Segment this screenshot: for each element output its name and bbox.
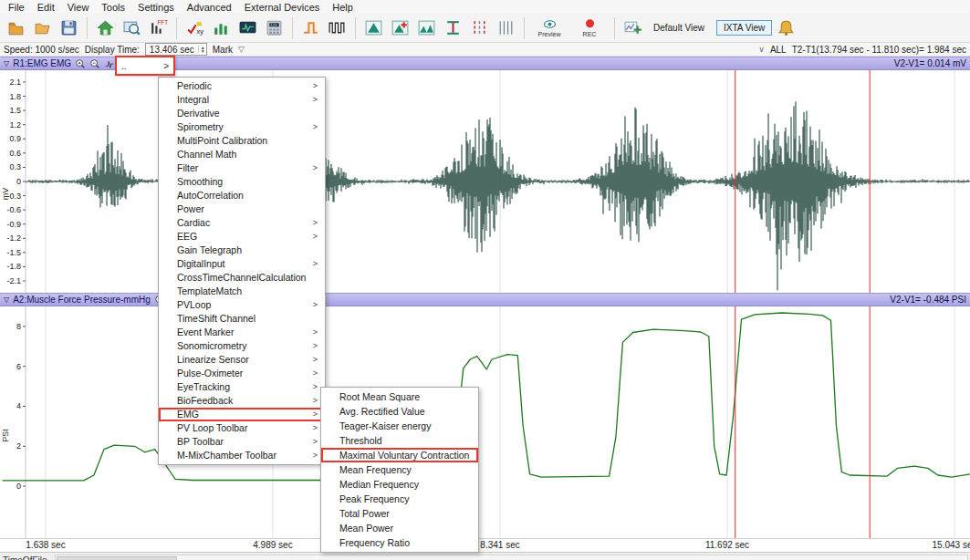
menu-item-label: Periodic — [177, 79, 313, 93]
open-icon[interactable] — [30, 16, 55, 40]
menu-item-biofeedback[interactable]: BioFeedback> — [159, 394, 325, 408]
menu-item-sonomicrometry[interactable]: Sonomicrometry> — [159, 339, 325, 353]
channel1-collapse-icon[interactable]: ▽ — [4, 59, 9, 67]
submenu-item-label: Maximal Voluntary Contraction — [339, 448, 471, 462]
channel1-autoscale-icon[interactable] — [104, 58, 115, 69]
stimulator-icon[interactable] — [298, 16, 323, 40]
single-display-icon[interactable] — [361, 16, 386, 40]
marks-icon[interactable] — [467, 16, 492, 40]
menu-item-cardiac[interactable]: Cardiac> — [159, 216, 325, 230]
menu-item-pvloop[interactable]: PVLoop> — [159, 298, 325, 312]
menu-item-bp-toolbar[interactable]: BP Toolbar> — [159, 435, 325, 449]
menu-item-timeshift-channel[interactable]: TimeShift Channel — [159, 312, 325, 326]
channel1-plot[interactable]: mV 2.11.81.51.20.90.60.30-0.3-0.6-0.9-1.… — [0, 70, 970, 293]
double-display-icon[interactable] — [414, 16, 439, 40]
submenu-item-maximal-voluntary-contraction[interactable]: Maximal Voluntary Contraction — [321, 448, 478, 462]
channel1-zoom-in-icon[interactable] — [75, 58, 86, 69]
home-icon[interactable] — [93, 16, 118, 40]
submenu-item-mean-frequency[interactable]: Mean Frequency — [321, 462, 478, 477]
submenu-item-avg-rectified-value[interactable]: Avg. Rectified Value — [321, 404, 478, 419]
submenu-item-total-power[interactable]: Total Power — [321, 506, 478, 521]
menu-item-gain-telegraph[interactable]: Gain Telegraph — [159, 244, 325, 257]
menu-item-digitalinput[interactable]: DigitalInput> — [159, 257, 325, 271]
t-marker-icon[interactable] — [441, 16, 465, 40]
oscilloscope-icon[interactable] — [235, 16, 260, 40]
save-icon[interactable] — [57, 16, 81, 40]
pulse-train-icon[interactable] — [325, 16, 349, 40]
fft-icon[interactable]: FFT — [146, 16, 171, 40]
xy-analysis-icon[interactable]: xy — [183, 16, 207, 40]
mark-dropdown-icon[interactable]: ▽ — [238, 45, 245, 54]
menu-item-event-marker[interactable]: Event Marker> — [159, 326, 325, 339]
menu-item-templatematch[interactable]: TemplateMatch — [159, 285, 325, 298]
scrollbar-thumb[interactable] — [57, 556, 177, 560]
alarm-icon[interactable] — [774, 16, 798, 40]
submenu-item-threshold[interactable]: Threshold — [321, 433, 478, 448]
menu-edit[interactable]: Edit — [31, 2, 61, 13]
submenu-arrow-icon: > — [313, 216, 318, 230]
menu-item-integral[interactable]: Integral> — [159, 93, 325, 107]
add-display-icon[interactable] — [388, 16, 412, 40]
add-view-icon[interactable] — [621, 16, 645, 40]
submenu-item-peak-frequency[interactable]: Peak Frequency — [321, 492, 478, 506]
record-button[interactable]: REC — [570, 17, 609, 38]
menu-item-filter[interactable]: Filter> — [159, 161, 325, 175]
zoom-display-icon[interactable] — [120, 16, 144, 40]
calculator-icon[interactable]: 123 — [262, 16, 287, 40]
context-menu-parent-item[interactable]: .. > — [115, 56, 175, 76]
menu-item-label: Filter — [177, 161, 313, 175]
menu-item-label: Smoothing — [177, 175, 318, 189]
time-tick-label: 4.989 sec — [253, 540, 292, 550]
ixta-view-button[interactable]: IXTA View — [716, 20, 772, 36]
preview-button[interactable]: Preview — [530, 17, 568, 38]
submenu-item-root-mean-square[interactable]: Root Mean Square — [321, 389, 478, 404]
submenu-item-teager-kaiser-energy[interactable]: Teager-Kaiser energy — [321, 419, 478, 433]
menu-item-periodic[interactable]: Periodic> — [159, 79, 325, 93]
range-dropdown-icon[interactable]: ∨ — [758, 45, 765, 54]
menu-item-multipoint-calibration[interactable]: MultiPoint Calibration — [159, 134, 325, 148]
menu-item-pulse-oximeter[interactable]: Pulse-Oximeter> — [159, 367, 325, 380]
menu-item-smoothing[interactable]: Smoothing — [159, 175, 325, 189]
range-all-label[interactable]: ALL — [770, 45, 787, 55]
menu-item-derivative[interactable]: Derivative — [159, 107, 325, 120]
menu-external-devices[interactable]: External Devices — [238, 2, 327, 13]
y-tick-label: -1.8 — [0, 262, 21, 271]
menu-item-eyetracking[interactable]: EyeTracking> — [159, 380, 325, 394]
menu-item-spirometry[interactable]: Spirometry> — [159, 120, 325, 134]
menu-item-emg[interactable]: EMG> — [159, 408, 325, 421]
menu-item-autocorrelation[interactable]: AutoCorrelation — [159, 189, 325, 202]
display-time-spinner[interactable]: ▲▼ — [198, 46, 205, 53]
submenu-arrow-icon: > — [313, 449, 318, 462]
menu-item-m-mixchamber-toolbar[interactable]: M-MixChamber Toolbar> — [159, 449, 325, 462]
channel1-zoom-out-icon[interactable] — [89, 58, 100, 69]
menu-advanced[interactable]: Advanced — [181, 2, 238, 13]
submenu-item-mean-power[interactable]: Mean Power — [321, 521, 478, 535]
menu-settings[interactable]: Settings — [131, 2, 181, 13]
spinner-down-icon[interactable]: ▼ — [201, 49, 205, 53]
menu-help[interactable]: Help — [326, 2, 360, 13]
new-icon[interactable] — [4, 16, 28, 40]
menu-item-linearize-sensor[interactable]: Linearize Sensor> — [159, 353, 325, 367]
menu-item-label: MultiPoint Calibration — [177, 134, 318, 148]
channel2-collapse-icon[interactable]: ▽ — [4, 296, 9, 304]
menu-item-eeg[interactable]: EEG> — [159, 230, 325, 244]
chart-icon[interactable] — [209, 16, 234, 40]
menu-file[interactable]: File — [2, 2, 31, 13]
menu-item-channel-math[interactable]: Channel Math — [159, 148, 325, 161]
default-view-button[interactable]: Default View — [647, 21, 711, 35]
grid-lines-icon[interactable] — [494, 16, 518, 40]
display-time-input[interactable]: 13.406 sec ▲▼ — [145, 43, 207, 56]
menu-tools[interactable]: Tools — [95, 2, 131, 13]
menu-item-crosstimechannelcalculation[interactable]: CrossTimeChannelCalculation — [159, 271, 325, 285]
record-label: REC — [583, 31, 597, 38]
submenu-item-median-frequency[interactable]: Median Frequency — [321, 477, 478, 492]
menu-item-power[interactable]: Power — [159, 202, 325, 216]
channel2-plot[interactable]: PSI 86420 — [0, 306, 970, 538]
menu-item-pv-loop-toolbar[interactable]: PV Loop Toolbar> — [159, 421, 325, 435]
submenu-arrow-icon: > — [313, 298, 318, 312]
menu-view[interactable]: View — [61, 2, 96, 13]
y-tick-label: -2.1 — [0, 276, 21, 285]
horizontal-scrollbar[interactable] — [55, 555, 968, 560]
submenu-item-frequency-ratio[interactable]: Frequency Ratio — [321, 535, 478, 550]
time-mode-label[interactable]: TimeOfFile — [3, 555, 47, 560]
